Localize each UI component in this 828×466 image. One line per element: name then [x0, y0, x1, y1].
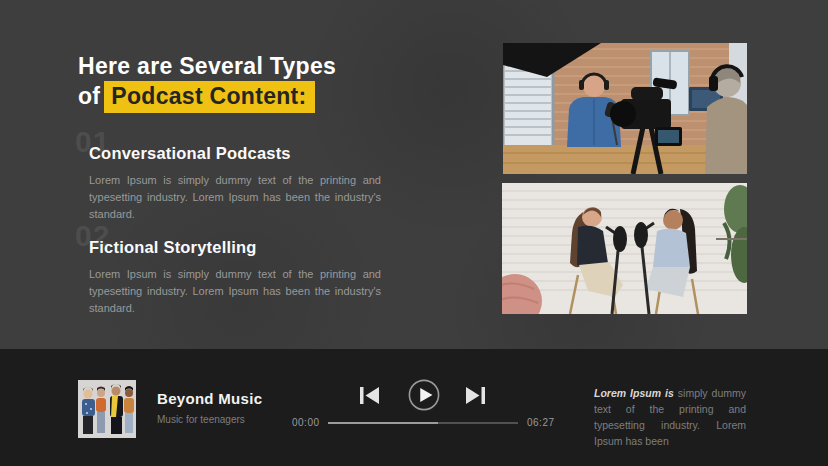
title-line1: Here are Several Types: [78, 53, 336, 79]
section-conversational-podcasts: 01 Conversational Podcasts Lorem Ipsum i…: [75, 127, 385, 223]
track-subtitle: Music for teenagers: [157, 414, 245, 425]
description-lead: Lorem Ipsum is: [594, 387, 674, 399]
current-time: 00:00: [292, 417, 320, 428]
progress-bar[interactable]: [328, 422, 518, 424]
two-women-podcast-photo: [502, 183, 747, 314]
section-heading: Conversational Podcasts: [75, 127, 385, 163]
video-podcast-interview-illustration: [503, 43, 747, 174]
section-body: Lorem Ipsum is simply dummy text of the …: [89, 266, 381, 317]
skip-previous-button[interactable]: [360, 387, 379, 404]
title-line2-prefix: of: [78, 83, 100, 109]
album-art-illustration: [78, 380, 136, 438]
section-body: Lorem Ipsum is simply dummy text of the …: [89, 172, 381, 223]
video-podcast-interview-photo: [503, 43, 747, 174]
section-heading: Fictional Storytelling: [75, 221, 385, 257]
skip-previous-icon: [360, 387, 379, 404]
title-highlight: Podcast Content:: [104, 81, 314, 113]
play-button[interactable]: [408, 379, 440, 411]
section-fictional-storytelling: 02 Fictional Storytelling Lorem Ipsum is…: [75, 221, 385, 317]
player-description: Lorem Ipsum is simply dummy text of the …: [594, 385, 746, 449]
two-women-podcast-illustration: [502, 183, 747, 314]
total-time: 06:27: [527, 417, 555, 428]
page-title: Here are Several Types ofPodcast Content…: [78, 52, 336, 113]
podcast-slide: Here are Several Types ofPodcast Content…: [0, 0, 828, 466]
play-icon: [408, 379, 440, 411]
skip-next-icon: [466, 387, 485, 404]
music-player-bar: Beyond Music Music for teenagers 00:00 0…: [0, 349, 828, 466]
track-title: Beyond Music: [157, 390, 262, 407]
album-art: [78, 380, 136, 438]
skip-next-button[interactable]: [466, 387, 485, 404]
progress-fill: [328, 422, 438, 424]
